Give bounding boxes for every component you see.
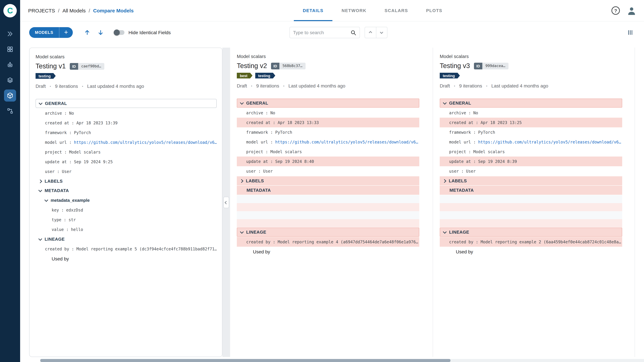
models-button[interactable]: MODELS — [29, 27, 59, 38]
model-url-link[interactable]: https://github.com/ultralytics/yolov5/re… — [275, 140, 418, 144]
section-general[interactable]: GENERAL — [440, 98, 622, 108]
field-row-diff: created at :Apr 18 2023 13:33 — [237, 118, 419, 127]
model-url-link[interactable]: https://github.com/ultralytics/yolov5/re… — [478, 140, 621, 144]
tag-testing[interactable]: testing — [36, 73, 56, 79]
used-by-label[interactable]: Used by — [36, 254, 217, 264]
tag-list: testing — [440, 73, 628, 78]
field-row: framework :PyTorch — [440, 127, 622, 137]
nav-robot[interactable] — [4, 59, 16, 71]
chevron-right-icon — [442, 179, 446, 183]
account-button[interactable] — [626, 5, 636, 15]
section-general[interactable]: GENERAL — [237, 98, 419, 108]
tag-list: best testing — [237, 73, 426, 78]
breadcrumb-projects[interactable]: PROJECTS — [28, 8, 55, 13]
tab-network[interactable]: NETWORK — [332, 0, 376, 21]
field-key: key : — [52, 208, 64, 212]
layers-icon — [7, 77, 14, 83]
nav-model-registry[interactable] — [4, 89, 16, 102]
field-row: project :Model scalars — [36, 147, 217, 157]
section-metadata[interactable]: METADATA — [237, 186, 419, 195]
section-metadata[interactable]: METADATA — [440, 186, 622, 195]
nav-grid[interactable] — [4, 43, 16, 55]
status-line: Draft • 9 iterations • Last updated 4 mo… — [237, 83, 426, 88]
tab-plots[interactable]: PLOTS — [417, 0, 452, 21]
field-row: model url :https://github.com/ultralytic… — [36, 137, 217, 147]
section-labels[interactable]: LABELS — [36, 177, 217, 186]
arrow-up-button[interactable] — [82, 27, 93, 38]
model-id-badge[interactable]: ID 999dacea… — [474, 62, 508, 69]
arrow-down-button[interactable] — [95, 27, 106, 38]
section-lineage[interactable]: LINEAGE — [36, 235, 217, 244]
metadata-group[interactable]: metadata_example — [36, 195, 217, 205]
toggle-knob — [114, 29, 120, 35]
section-labels[interactable]: LABELS — [237, 176, 419, 185]
model-url-link[interactable]: https://github.com/ultralytics/yolov5/re… — [74, 140, 217, 145]
horizontal-scrollbar-thumb[interactable] — [40, 359, 450, 362]
field-value: Apr 18 2023 13:39 — [76, 120, 118, 125]
field-row-diff: created at :Apr 18 2023 13:25 — [440, 118, 622, 127]
section-labels[interactable]: LABELS — [440, 176, 622, 185]
field-key: created by : — [45, 247, 74, 251]
collapse-panel-button[interactable] — [224, 197, 229, 208]
model-title: Testing v1 — [36, 62, 66, 70]
section-label: METADATA — [44, 188, 69, 193]
model-id-badge[interactable]: ID caef90bd… — [70, 63, 104, 69]
empty-diff-row — [237, 195, 419, 203]
section-lineage[interactable]: LINEAGE — [237, 228, 419, 237]
field-key: project : — [45, 150, 67, 154]
tag-testing[interactable]: testing — [255, 73, 275, 78]
tag-testing[interactable]: testing — [440, 73, 460, 78]
field-value: User — [62, 169, 72, 174]
arrow-up-icon — [84, 29, 90, 36]
model-id-badge[interactable]: ID 568b8c37… — [271, 62, 306, 69]
hide-identical-toggle[interactable] — [114, 30, 124, 35]
section-general[interactable]: GENERAL — [36, 99, 217, 108]
used-by-label[interactable]: Used by — [440, 247, 622, 256]
section-label: METADATA — [450, 188, 474, 193]
section-label: LABELS — [246, 178, 264, 183]
add-model-button[interactable]: + — [59, 27, 73, 38]
nav-layers[interactable] — [4, 74, 16, 86]
field-row-diff: update at :Sep 19 2024 8:39 — [440, 157, 622, 166]
field-key: update at : — [45, 159, 72, 164]
empty-diff-row — [237, 219, 419, 227]
horizontal-scrollbar[interactable] — [40, 359, 644, 362]
nav-double-chevron[interactable] — [4, 28, 16, 40]
header-actions: ? — [612, 0, 636, 21]
nav-pipeline[interactable] — [4, 105, 16, 117]
app-root: C — [0, 0, 644, 362]
field-key: update at : — [449, 159, 476, 164]
help-button[interactable]: ? — [612, 6, 620, 15]
sidebar: C — [0, 0, 20, 362]
empty-diff-row — [440, 211, 622, 219]
used-by-label[interactable]: Used by — [237, 247, 419, 256]
id-label: ID — [271, 62, 280, 69]
model-title: Testing v3 — [440, 62, 470, 70]
field-key: model url : — [45, 140, 72, 145]
field-value: Apr 18 2023 13:33 — [278, 120, 319, 125]
field-value: edxzDsd — [66, 208, 83, 212]
field-row: created by :Model reporting example 5 (d… — [36, 244, 217, 254]
cube-icon — [7, 92, 14, 99]
next-result-button[interactable] — [376, 27, 387, 38]
field-row: archive :No — [36, 108, 217, 118]
section-metadata[interactable]: METADATA — [36, 186, 217, 195]
field-value: User — [466, 169, 476, 173]
tab-details[interactable]: DETAILS — [294, 0, 332, 21]
tab-scalars[interactable]: SCALARS — [376, 0, 417, 21]
comet-logo[interactable]: C — [3, 4, 17, 17]
breadcrumb-all-models[interactable]: All Models — [62, 8, 86, 13]
chevron-right-icon — [240, 179, 244, 183]
chevron-right-icon — [38, 179, 42, 183]
separator-dot: • — [82, 84, 83, 88]
breadcrumb-compare-models[interactable]: Compare Models — [93, 8, 134, 13]
panel-splitter[interactable] — [222, 48, 230, 357]
field-key: created at : — [246, 120, 275, 125]
tag-best[interactable]: best — [237, 73, 252, 78]
field-key: project : — [449, 149, 471, 154]
section-lineage[interactable]: LINEAGE — [440, 228, 622, 237]
search-input[interactable] — [293, 30, 348, 35]
prev-result-button[interactable] — [365, 27, 376, 38]
search-icon[interactable] — [350, 30, 356, 35]
manage-columns-button[interactable] — [624, 27, 636, 38]
